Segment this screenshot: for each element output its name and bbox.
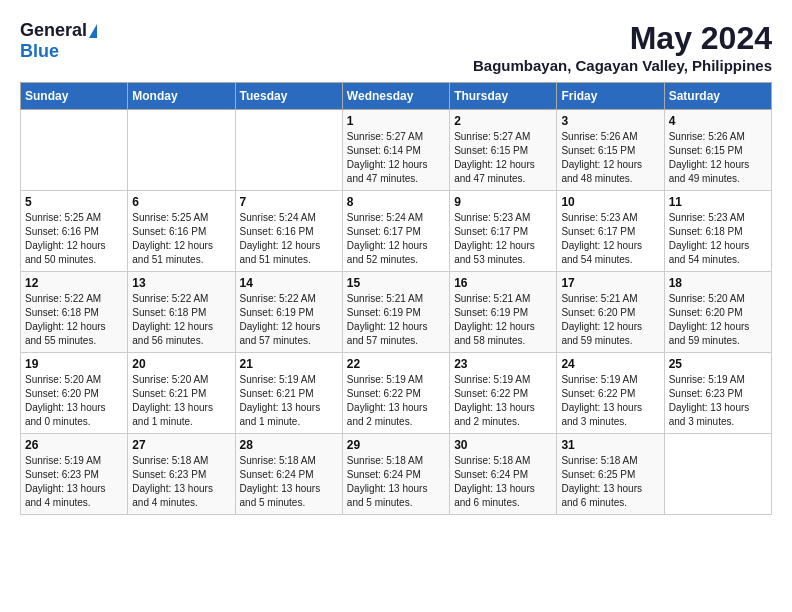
header-cell-saturday: Saturday: [664, 83, 771, 110]
month-year-title: May 2024: [473, 20, 772, 57]
header-cell-wednesday: Wednesday: [342, 83, 449, 110]
day-number: 17: [561, 276, 659, 290]
calendar-cell: 26Sunrise: 5:19 AM Sunset: 6:23 PM Dayli…: [21, 434, 128, 515]
calendar-cell: 24Sunrise: 5:19 AM Sunset: 6:22 PM Dayli…: [557, 353, 664, 434]
calendar-cell: 18Sunrise: 5:20 AM Sunset: 6:20 PM Dayli…: [664, 272, 771, 353]
location-subtitle: Bagumbayan, Cagayan Valley, Philippines: [473, 57, 772, 74]
calendar-cell: 19Sunrise: 5:20 AM Sunset: 6:20 PM Dayli…: [21, 353, 128, 434]
day-number: 28: [240, 438, 338, 452]
logo-blue-text: Blue: [20, 41, 59, 62]
day-number: 25: [669, 357, 767, 371]
cell-info: Sunrise: 5:27 AM Sunset: 6:15 PM Dayligh…: [454, 130, 552, 186]
calendar-week-row: 5Sunrise: 5:25 AM Sunset: 6:16 PM Daylig…: [21, 191, 772, 272]
calendar-week-row: 1Sunrise: 5:27 AM Sunset: 6:14 PM Daylig…: [21, 110, 772, 191]
calendar-cell: 17Sunrise: 5:21 AM Sunset: 6:20 PM Dayli…: [557, 272, 664, 353]
cell-info: Sunrise: 5:23 AM Sunset: 6:18 PM Dayligh…: [669, 211, 767, 267]
header: General Blue May 2024 Bagumbayan, Cagaya…: [20, 20, 772, 74]
day-number: 12: [25, 276, 123, 290]
header-row: SundayMondayTuesdayWednesdayThursdayFrid…: [21, 83, 772, 110]
calendar-cell: [664, 434, 771, 515]
cell-info: Sunrise: 5:26 AM Sunset: 6:15 PM Dayligh…: [669, 130, 767, 186]
calendar-cell: 30Sunrise: 5:18 AM Sunset: 6:24 PM Dayli…: [450, 434, 557, 515]
header-cell-tuesday: Tuesday: [235, 83, 342, 110]
logo: General Blue: [20, 20, 97, 62]
calendar-cell: 10Sunrise: 5:23 AM Sunset: 6:17 PM Dayli…: [557, 191, 664, 272]
day-number: 21: [240, 357, 338, 371]
cell-info: Sunrise: 5:25 AM Sunset: 6:16 PM Dayligh…: [132, 211, 230, 267]
cell-info: Sunrise: 5:22 AM Sunset: 6:18 PM Dayligh…: [132, 292, 230, 348]
calendar-cell: 22Sunrise: 5:19 AM Sunset: 6:22 PM Dayli…: [342, 353, 449, 434]
cell-info: Sunrise: 5:24 AM Sunset: 6:17 PM Dayligh…: [347, 211, 445, 267]
logo-general-text: General: [20, 20, 87, 41]
header-cell-sunday: Sunday: [21, 83, 128, 110]
calendar-cell: [128, 110, 235, 191]
day-number: 30: [454, 438, 552, 452]
calendar-body: 1Sunrise: 5:27 AM Sunset: 6:14 PM Daylig…: [21, 110, 772, 515]
cell-info: Sunrise: 5:21 AM Sunset: 6:20 PM Dayligh…: [561, 292, 659, 348]
cell-info: Sunrise: 5:22 AM Sunset: 6:18 PM Dayligh…: [25, 292, 123, 348]
header-cell-friday: Friday: [557, 83, 664, 110]
calendar-cell: 28Sunrise: 5:18 AM Sunset: 6:24 PM Dayli…: [235, 434, 342, 515]
day-number: 20: [132, 357, 230, 371]
cell-info: Sunrise: 5:18 AM Sunset: 6:25 PM Dayligh…: [561, 454, 659, 510]
day-number: 24: [561, 357, 659, 371]
logo-triangle-icon: [89, 24, 97, 38]
cell-info: Sunrise: 5:20 AM Sunset: 6:21 PM Dayligh…: [132, 373, 230, 429]
calendar-cell: 7Sunrise: 5:24 AM Sunset: 6:16 PM Daylig…: [235, 191, 342, 272]
cell-info: Sunrise: 5:23 AM Sunset: 6:17 PM Dayligh…: [561, 211, 659, 267]
day-number: 1: [347, 114, 445, 128]
header-cell-thursday: Thursday: [450, 83, 557, 110]
cell-info: Sunrise: 5:26 AM Sunset: 6:15 PM Dayligh…: [561, 130, 659, 186]
calendar-cell: 3Sunrise: 5:26 AM Sunset: 6:15 PM Daylig…: [557, 110, 664, 191]
cell-info: Sunrise: 5:27 AM Sunset: 6:14 PM Dayligh…: [347, 130, 445, 186]
calendar-cell: 4Sunrise: 5:26 AM Sunset: 6:15 PM Daylig…: [664, 110, 771, 191]
cell-info: Sunrise: 5:18 AM Sunset: 6:24 PM Dayligh…: [240, 454, 338, 510]
calendar-header: SundayMondayTuesdayWednesdayThursdayFrid…: [21, 83, 772, 110]
day-number: 9: [454, 195, 552, 209]
calendar-cell: 25Sunrise: 5:19 AM Sunset: 6:23 PM Dayli…: [664, 353, 771, 434]
day-number: 14: [240, 276, 338, 290]
cell-info: Sunrise: 5:20 AM Sunset: 6:20 PM Dayligh…: [669, 292, 767, 348]
cell-info: Sunrise: 5:20 AM Sunset: 6:20 PM Dayligh…: [25, 373, 123, 429]
calendar-cell: 8Sunrise: 5:24 AM Sunset: 6:17 PM Daylig…: [342, 191, 449, 272]
title-area: May 2024 Bagumbayan, Cagayan Valley, Phi…: [473, 20, 772, 74]
calendar-week-row: 26Sunrise: 5:19 AM Sunset: 6:23 PM Dayli…: [21, 434, 772, 515]
calendar-cell: 23Sunrise: 5:19 AM Sunset: 6:22 PM Dayli…: [450, 353, 557, 434]
calendar-cell: 27Sunrise: 5:18 AM Sunset: 6:23 PM Dayli…: [128, 434, 235, 515]
cell-info: Sunrise: 5:19 AM Sunset: 6:22 PM Dayligh…: [347, 373, 445, 429]
calendar-table: SundayMondayTuesdayWednesdayThursdayFrid…: [20, 82, 772, 515]
calendar-cell: 9Sunrise: 5:23 AM Sunset: 6:17 PM Daylig…: [450, 191, 557, 272]
calendar-cell: 12Sunrise: 5:22 AM Sunset: 6:18 PM Dayli…: [21, 272, 128, 353]
day-number: 19: [25, 357, 123, 371]
cell-info: Sunrise: 5:21 AM Sunset: 6:19 PM Dayligh…: [454, 292, 552, 348]
day-number: 2: [454, 114, 552, 128]
day-number: 4: [669, 114, 767, 128]
cell-info: Sunrise: 5:23 AM Sunset: 6:17 PM Dayligh…: [454, 211, 552, 267]
calendar-week-row: 12Sunrise: 5:22 AM Sunset: 6:18 PM Dayli…: [21, 272, 772, 353]
day-number: 13: [132, 276, 230, 290]
day-number: 27: [132, 438, 230, 452]
cell-info: Sunrise: 5:19 AM Sunset: 6:23 PM Dayligh…: [25, 454, 123, 510]
day-number: 7: [240, 195, 338, 209]
calendar-cell: 14Sunrise: 5:22 AM Sunset: 6:19 PM Dayli…: [235, 272, 342, 353]
calendar-week-row: 19Sunrise: 5:20 AM Sunset: 6:20 PM Dayli…: [21, 353, 772, 434]
cell-info: Sunrise: 5:19 AM Sunset: 6:22 PM Dayligh…: [454, 373, 552, 429]
calendar-cell: 1Sunrise: 5:27 AM Sunset: 6:14 PM Daylig…: [342, 110, 449, 191]
day-number: 26: [25, 438, 123, 452]
cell-info: Sunrise: 5:19 AM Sunset: 6:21 PM Dayligh…: [240, 373, 338, 429]
calendar-cell: 2Sunrise: 5:27 AM Sunset: 6:15 PM Daylig…: [450, 110, 557, 191]
cell-info: Sunrise: 5:19 AM Sunset: 6:22 PM Dayligh…: [561, 373, 659, 429]
day-number: 29: [347, 438, 445, 452]
cell-info: Sunrise: 5:19 AM Sunset: 6:23 PM Dayligh…: [669, 373, 767, 429]
cell-info: Sunrise: 5:22 AM Sunset: 6:19 PM Dayligh…: [240, 292, 338, 348]
calendar-cell: 11Sunrise: 5:23 AM Sunset: 6:18 PM Dayli…: [664, 191, 771, 272]
cell-info: Sunrise: 5:25 AM Sunset: 6:16 PM Dayligh…: [25, 211, 123, 267]
calendar-cell: 13Sunrise: 5:22 AM Sunset: 6:18 PM Dayli…: [128, 272, 235, 353]
calendar-cell: 15Sunrise: 5:21 AM Sunset: 6:19 PM Dayli…: [342, 272, 449, 353]
day-number: 3: [561, 114, 659, 128]
day-number: 8: [347, 195, 445, 209]
calendar-cell: 21Sunrise: 5:19 AM Sunset: 6:21 PM Dayli…: [235, 353, 342, 434]
day-number: 18: [669, 276, 767, 290]
calendar-cell: 16Sunrise: 5:21 AM Sunset: 6:19 PM Dayli…: [450, 272, 557, 353]
calendar-cell: 5Sunrise: 5:25 AM Sunset: 6:16 PM Daylig…: [21, 191, 128, 272]
